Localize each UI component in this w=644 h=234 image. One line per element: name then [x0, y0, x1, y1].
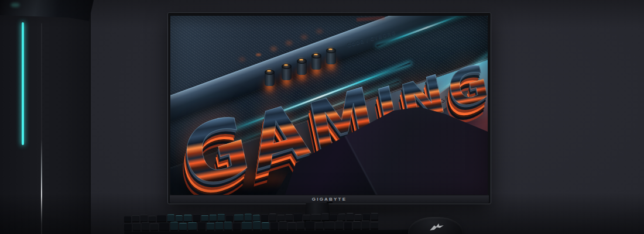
- keyboard: [124, 212, 412, 234]
- keycap: [278, 215, 285, 221]
- power-indicator: [327, 202, 333, 203]
- keycap: [335, 221, 343, 229]
- aorus-eagle-icon: [429, 223, 444, 232]
- monitor-bottom-bezel: GIGABYTE: [170, 195, 489, 203]
- keycap: [253, 215, 260, 221]
- monitor-brand-logo: GIGABYTE: [312, 197, 347, 202]
- keycap: [353, 221, 361, 229]
- keycap: [142, 222, 149, 230]
- keycap: [306, 221, 314, 229]
- keycap: [355, 214, 362, 220]
- pc-tower-glint: [11, 3, 20, 7]
- keycap: [363, 214, 370, 220]
- keycap: [294, 214, 302, 221]
- keycap: [170, 222, 178, 230]
- keycap: [311, 214, 321, 220]
- keycap: [297, 222, 304, 229]
- keycap: [132, 215, 139, 222]
- keycap: [179, 223, 187, 230]
- keycap: [184, 215, 192, 221]
- keycap: [210, 215, 217, 221]
- keycap: [234, 214, 244, 221]
- keycap: [303, 214, 310, 220]
- keycap: [245, 214, 252, 221]
- keycap: [193, 214, 200, 221]
- keycap: [167, 214, 174, 221]
- keycap: [215, 222, 223, 230]
- keycap: [150, 223, 158, 230]
- keycap: [322, 213, 329, 220]
- keycap: [149, 215, 156, 221]
- keycap: [188, 222, 197, 230]
- keycap: [338, 214, 345, 220]
- keycap: [141, 214, 148, 221]
- pc-tower-led-strip: [22, 22, 24, 145]
- keycap: [253, 221, 261, 229]
- keycap: [198, 222, 205, 230]
- keycap: [362, 221, 369, 229]
- keycap: [157, 215, 166, 221]
- keycap: [344, 222, 352, 229]
- keycap: [262, 222, 269, 229]
- keycap: [124, 216, 131, 222]
- keycap: [261, 214, 268, 221]
- keycap: [226, 215, 233, 221]
- keycap: [324, 221, 334, 229]
- keycap: [207, 223, 214, 230]
- keycap: [279, 221, 287, 229]
- keycap: [242, 222, 252, 229]
- keycap: [371, 213, 378, 220]
- keycap: [371, 222, 378, 229]
- monitor: CODE / CYBORG GIGABYTE GAMING GAMING GIG…: [167, 12, 491, 204]
- keycap: [218, 214, 225, 221]
- keycap: [288, 222, 296, 229]
- keycap: [269, 214, 276, 221]
- monitor-screen: CODE / CYBORG GIGABYTE GAMING GAMING: [170, 16, 488, 195]
- keycap: [124, 223, 132, 230]
- keycap: [330, 214, 337, 220]
- keycap: [270, 222, 278, 229]
- keycap: [233, 222, 241, 229]
- keycap: [176, 215, 183, 221]
- keycap: [159, 222, 169, 230]
- keycap: [133, 223, 141, 230]
- keycap: [224, 221, 232, 229]
- scene: CODE / CYBORG GIGABYTE GAMING GAMING GIG…: [0, 0, 644, 234]
- keycap: [347, 213, 354, 220]
- keycap: [316, 222, 323, 229]
- keycap: [286, 214, 293, 221]
- keycap: [201, 215, 208, 221]
